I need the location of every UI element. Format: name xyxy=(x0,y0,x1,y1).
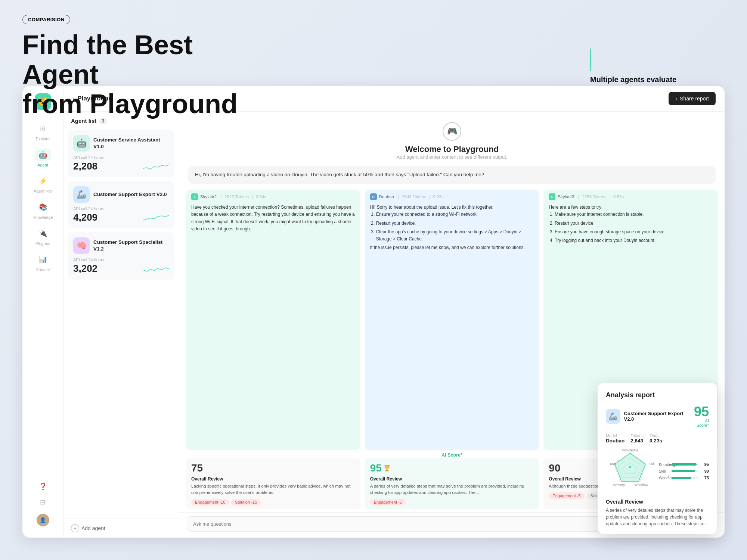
analysis-title: Analysis report xyxy=(606,391,709,399)
col-agent-name-1: Doubao xyxy=(379,195,394,199)
agent-api-label-0: API call 24 hours xyxy=(73,155,169,160)
sidebar-label-agent: Agent xyxy=(37,163,48,167)
comparison-badge: COMPARISION xyxy=(22,15,70,24)
plugins-icon: 🔌 xyxy=(39,229,47,237)
sidebar-item-plugins[interactable]: 🔌 Plug-ins xyxy=(22,223,63,249)
score-tag-2-0: Engagement -5 xyxy=(549,492,584,499)
time-label: Time xyxy=(650,433,662,438)
score-review-title-1: Overall Review xyxy=(370,476,534,482)
sidebar-item-agent[interactable]: 🤖 Agent xyxy=(22,145,63,171)
page-title: Find the Best Agentfrom Playground xyxy=(22,30,265,119)
sidebar-label-plugins: Plug-ins xyxy=(35,241,50,246)
col-tokens-1: ｜ 2643 Tokens ｜ 0.23s xyxy=(396,194,444,200)
sidebar-item-dataset[interactable]: 📊 Dataset xyxy=(22,249,63,276)
col-tokens-0: ｜ 2623 Tokens ｜ 0.64s xyxy=(219,194,266,200)
col-tokens-2: ｜ 2253 Tokens ｜ 0.53s xyxy=(576,194,624,200)
agent-card-1[interactable]: 🦾 Customer Support Export V2.0 API call … xyxy=(68,181,174,228)
agent-list: 🤖 Customer Service Assistant V1.0 API ca… xyxy=(63,127,179,519)
query-bubble: Hi, I'm having trouble uploading a video… xyxy=(188,166,716,184)
response-col-0: S Skylark2 ｜ 2623 Tokens ｜ 0.64s Have yo… xyxy=(186,190,360,450)
analysis-agent-avatar: 🦾 xyxy=(606,409,620,424)
agent-avatar-2: 🧠 xyxy=(73,237,90,254)
analysis-score-big: 95 xyxy=(692,405,709,419)
agent-dot-2: S xyxy=(549,193,555,200)
sidebar-label-knowledge: Knowledge xyxy=(32,215,53,220)
score-tag-0-1: Solution -15 xyxy=(231,499,261,505)
sidebar-item-knowledge[interactable]: 📚 Knowledge xyxy=(22,197,63,223)
agent-dot-0: S xyxy=(191,193,198,200)
analysis-agent-row: 🦾 Customer Support Export V2.0 95 AI Sco… xyxy=(606,405,709,427)
svg-point-9 xyxy=(629,466,631,468)
analysis-overall-title: Overall Review xyxy=(606,499,709,505)
model-label: Model xyxy=(606,433,624,438)
model-value: Doubao xyxy=(606,438,624,444)
svg-text:Knowledge: Knowledge xyxy=(622,449,639,452)
agent-panel: Agent list 3 🤖 Customer Service Assistan… xyxy=(63,112,179,538)
response-header-2: S Skylark3 ｜ 2253 Tokens ｜ 0.53s xyxy=(543,190,718,202)
score-review-text-0: Lacking specific operational steps, it o… xyxy=(191,483,355,496)
agent-avatar-1: 🦾 xyxy=(73,186,90,203)
agent-dot-1: D xyxy=(370,193,377,200)
dataset-icon: 📊 xyxy=(39,255,47,264)
agent-name-2: Customer Support Specialist V1.2 xyxy=(93,239,169,252)
score-col-1: 95 🏆 Overall Review A series of very det… xyxy=(365,458,539,510)
trophy-icon: 🏆 xyxy=(383,464,391,472)
svg-text:Tool: Tool xyxy=(610,462,616,466)
radar-legend-workflow: Workflow 75 xyxy=(659,476,709,480)
agent-pro-icon: ⚡ xyxy=(39,177,47,185)
tokens-value: 2,643 xyxy=(630,438,644,444)
score-tag-1-0: Engagement -5 xyxy=(370,499,406,505)
score-number-2: 90 xyxy=(549,462,560,474)
col-agent-name-0: Skylark2 xyxy=(200,195,217,199)
agent-stat-1: 4,209 xyxy=(73,212,97,223)
agent-card-0[interactable]: 🤖 Customer Service Assistant V1.0 API ca… xyxy=(68,130,174,177)
add-agent-button[interactable]: + Add agent xyxy=(63,519,179,538)
response-body-1: Hi! Sorry to hear about the upload issue… xyxy=(365,202,539,450)
settings-icon[interactable]: ⊟ xyxy=(40,498,46,506)
svg-text:Workflow: Workflow xyxy=(635,483,648,487)
agent-card-2[interactable]: 🧠 Customer Support Specialist V1.2 API c… xyxy=(68,232,174,280)
svg-text:Memory: Memory xyxy=(613,483,625,487)
analysis-metrics: Model Doubao Tokens 2,643 Time 0.23s xyxy=(606,433,709,444)
score-review-text-1: A series of very detailed steps that may… xyxy=(370,483,534,496)
agent-icon: 🤖 xyxy=(39,151,47,159)
ai-score-label: AI Score* xyxy=(441,452,462,458)
analysis-popup: Analysis report 🦾 Customer Support Expor… xyxy=(598,383,717,534)
sidebar-item-agent-pro[interactable]: ⚡ Agent Pro xyxy=(22,171,63,197)
score-number-0: 75 xyxy=(191,462,203,474)
agent-api-label-1: API call 24 hours xyxy=(73,206,169,211)
knowledge-icon: 📚 xyxy=(39,203,47,211)
tokens-label: Tokens xyxy=(630,433,644,438)
radar-legend-skill: Skill 90 xyxy=(659,469,709,473)
analysis-score-sublabel: AI Score* xyxy=(692,419,709,427)
welcome-title: Welcome to Playground xyxy=(405,144,499,154)
welcome-subtitle: Add agent and enter content to see diffe… xyxy=(397,154,508,160)
agent-name-1: Customer Support Export V2.0 xyxy=(93,191,167,198)
radar-legend-knowledge: Knowledge 95 xyxy=(659,462,709,467)
agent-api-label-2: API call 24 hours xyxy=(73,258,169,262)
radar-chart: Knowledge Skill Workflow Memory Tool xyxy=(606,449,654,494)
analysis-overall-text: A series of very detailed steps that may… xyxy=(606,507,709,527)
sidebar: 🐱 ⊞ Explore 🤖 Agent ⚡ Agent Pro 📚 Knowle… xyxy=(22,86,63,538)
time-value: 0.23s xyxy=(650,438,662,444)
response-col-1: D Doubao ｜ 2643 Tokens ｜ 0.23s Hi! Sorry… xyxy=(365,190,539,450)
sidebar-label-dataset: Dataset xyxy=(36,267,50,272)
agent-stat-0: 2,208 xyxy=(73,161,97,172)
response-body-0: Have you checked your internet connectio… xyxy=(186,202,360,450)
sidebar-label-agent-pro: Agent Pro xyxy=(34,189,52,193)
radar-wrap: Knowledge Skill Workflow Memory Tool Kno… xyxy=(606,449,709,494)
score-number-1: 95 xyxy=(370,462,382,474)
response-header-1: D Doubao ｜ 2643 Tokens ｜ 0.23s xyxy=(365,190,539,202)
svg-text:Skill: Skill xyxy=(649,462,654,466)
analysis-agent-name: Customer Support Export V2.0 xyxy=(624,411,692,422)
score-tag-0-0: Engagement -10 xyxy=(191,499,229,505)
score-review-title-0: Overall Review xyxy=(191,476,355,482)
add-icon: + xyxy=(71,524,79,532)
score-col-0: 75 Overall Review Lacking specific opera… xyxy=(186,458,360,510)
agent-stat-2: 3,202 xyxy=(73,263,97,274)
sidebar-label-explore: Explore xyxy=(36,137,50,141)
help-icon[interactable]: ❓ xyxy=(39,482,47,491)
response-header-0: S Skylark2 ｜ 2623 Tokens ｜ 0.64s xyxy=(186,190,360,202)
user-avatar[interactable]: 👤 xyxy=(37,514,49,526)
agent-name-0: Customer Service Assistant V1.0 xyxy=(93,137,169,150)
